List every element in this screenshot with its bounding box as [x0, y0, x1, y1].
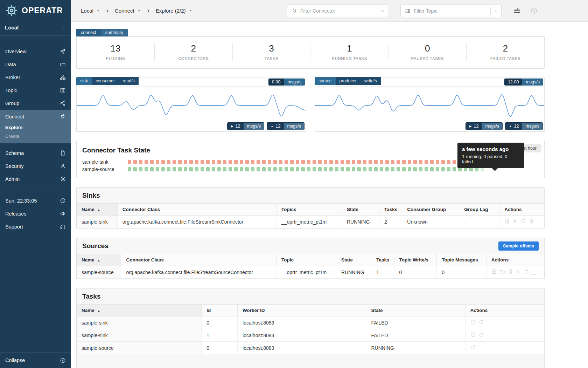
task-state-square[interactable]	[234, 167, 238, 171]
task-state-square[interactable]	[335, 160, 338, 164]
column-header-actions[interactable]: Actions	[486, 254, 544, 266]
sidebar-subitem-explore[interactable]: Explore	[0, 123, 71, 132]
task-state-square[interactable]	[285, 167, 288, 171]
column-header-group-lag[interactable]: Group Lag	[459, 204, 499, 216]
task-state-square[interactable]	[195, 160, 198, 164]
task-state-square[interactable]	[285, 160, 288, 164]
operatr-logo[interactable]: OPERATR	[0, 0, 71, 21]
task-state-square[interactable]	[447, 160, 450, 164]
refresh-icon[interactable]	[478, 319, 484, 325]
task-state-square[interactable]	[245, 167, 249, 171]
task-state-square[interactable]	[240, 160, 243, 164]
task-state-square[interactable]	[156, 167, 159, 171]
sidebar-item-topic[interactable]: Topic	[0, 84, 71, 97]
task-state-square[interactable]	[273, 160, 277, 164]
task-state-square[interactable]	[374, 160, 378, 164]
task-state-square[interactable]	[206, 167, 210, 171]
task-state-square[interactable]	[128, 167, 131, 171]
breadcrumb-explore[interactable]: Explore (2/2)	[156, 8, 192, 14]
filter-settings-icon[interactable]	[513, 7, 521, 14]
task-state-square[interactable]	[173, 160, 176, 164]
column-header-state[interactable]: State	[336, 254, 371, 266]
column-header-connector-class[interactable]: Connector Class	[121, 254, 276, 266]
task-state-square[interactable]	[301, 160, 305, 164]
sidebar-item-admin[interactable]: Admin	[0, 172, 71, 185]
task-state-square[interactable]	[145, 167, 148, 171]
task-state-square[interactable]	[313, 160, 316, 164]
task-state-square[interactable]	[223, 167, 226, 171]
column-header-name[interactable]: Name▲	[77, 254, 121, 266]
task-state-square[interactable]	[453, 160, 456, 164]
column-header-tasks[interactable]: Tasks	[379, 204, 402, 216]
task-state-square[interactable]	[257, 167, 260, 171]
task-state-square[interactable]	[329, 167, 333, 171]
filter-topic-input[interactable]	[414, 8, 490, 14]
task-state-square[interactable]	[139, 167, 142, 171]
task-state-square[interactable]	[408, 160, 411, 164]
task-state-square[interactable]	[290, 167, 294, 171]
task-state-square[interactable]	[201, 167, 204, 171]
sidebar-item-broker[interactable]: Broker	[0, 71, 71, 84]
task-state-square[interactable]	[150, 167, 154, 171]
task-state-square[interactable]	[184, 167, 187, 171]
task-state-square[interactable]	[413, 160, 417, 164]
task-state-square[interactable]	[441, 160, 445, 164]
sidebar-subitem-create[interactable]: Create	[0, 132, 71, 141]
task-state-square[interactable]	[430, 167, 434, 171]
task-state-square[interactable]	[290, 160, 294, 164]
chart-tag-sink[interactable]: sink	[76, 77, 92, 85]
task-state-square[interactable]	[374, 167, 378, 171]
task-state-square[interactable]	[357, 160, 361, 164]
task-state-square[interactable]	[436, 167, 439, 171]
task-state-square[interactable]	[419, 167, 422, 171]
sidebar-item-data[interactable]: Data	[0, 58, 71, 71]
chevron-down-icon[interactable]	[491, 8, 501, 14]
task-state-square[interactable]	[262, 160, 266, 164]
breadcrumb-connect[interactable]: Connect	[115, 8, 141, 14]
task-state-square[interactable]	[184, 160, 187, 164]
refresh-icon[interactable]	[470, 345, 476, 350]
column-header-state[interactable]: State	[342, 204, 379, 216]
task-state-square[interactable]	[391, 167, 394, 171]
folder-icon[interactable]	[499, 269, 505, 274]
sidebar-item-connect[interactable]: Connect	[0, 110, 71, 123]
collapse-button[interactable]: Collapse	[0, 353, 71, 368]
task-state-square[interactable]	[133, 167, 137, 171]
task-state-square[interactable]	[273, 167, 277, 171]
task-state-square[interactable]	[352, 160, 355, 164]
task-state-square[interactable]	[397, 160, 400, 164]
pause-icon[interactable]	[516, 269, 521, 274]
chart-tag-source[interactable]: source	[315, 77, 336, 85]
column-header-id[interactable]: Id	[202, 305, 238, 316]
sidebar-item-security[interactable]: Security	[0, 159, 71, 172]
task-state-square[interactable]	[178, 160, 182, 164]
column-header-topic-write-s[interactable]: Topic Write/s	[394, 254, 437, 266]
task-state-square[interactable]	[402, 167, 406, 171]
refresh-icon[interactable]	[524, 269, 529, 274]
task-state-square[interactable]	[453, 167, 456, 171]
task-state-square[interactable]	[161, 160, 165, 164]
table-row[interactable]: sample-sink0localhost:8083FAILED	[77, 316, 544, 329]
task-state-square[interactable]	[279, 160, 282, 164]
task-state-square[interactable]	[369, 167, 372, 171]
task-state-square[interactable]	[329, 160, 333, 164]
task-state-square[interactable]	[391, 160, 394, 164]
chevron-down-icon[interactable]	[377, 8, 388, 14]
task-state-square[interactable]	[313, 167, 316, 171]
task-state-square[interactable]	[212, 160, 215, 164]
task-state-square[interactable]	[301, 167, 305, 171]
task-state-square[interactable]	[178, 167, 182, 171]
column-header-actions[interactable]: Actions	[499, 204, 544, 216]
chart-tag-read-s[interactable]: read/s	[119, 77, 139, 85]
task-state-square[interactable]	[363, 160, 366, 164]
task-state-square[interactable]	[307, 167, 310, 171]
task-state-square[interactable]	[262, 167, 266, 171]
task-state-square[interactable]	[217, 167, 221, 171]
task-state-square[interactable]	[167, 160, 170, 164]
info-icon[interactable]	[470, 319, 476, 325]
task-state-square[interactable]	[341, 160, 344, 164]
task-state-square[interactable]	[296, 160, 299, 164]
task-state-square[interactable]	[167, 167, 170, 171]
task-state-square[interactable]	[156, 160, 159, 164]
task-state-square[interactable]	[385, 167, 389, 171]
